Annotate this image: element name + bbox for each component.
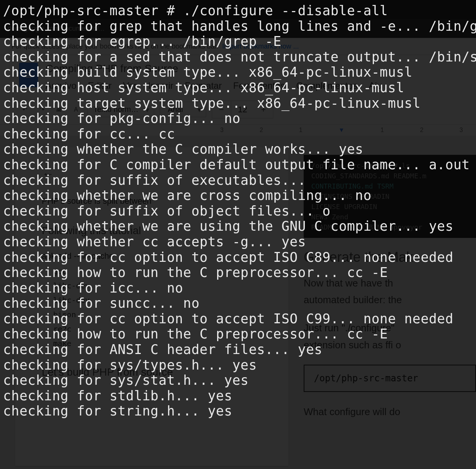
terminal-line: checking whether the C compiler works...… [3, 142, 363, 157]
terminal-line: checking for icc... no [3, 280, 183, 296]
terminal-line: checking for egrep... /bin/grep -E [3, 34, 281, 49]
terminal-line: checking for sys/stat.h... yes [3, 373, 249, 388]
terminal-line: checking for grep that handles long line… [3, 19, 476, 34]
terminal-line: checking for suffix of executables... [3, 173, 306, 188]
terminal-line: checking how to run the C preprocessor..… [3, 265, 388, 280]
terminal-line: checking for suffix of object files... o [3, 203, 331, 219]
terminal-line: checking for sys/types.h... yes [3, 357, 257, 373]
terminal-line: checking for cc option to accept ISO C89… [3, 250, 453, 265]
terminal-line: checking for pkg-config... no [3, 111, 241, 126]
terminal-line: checking whether cc accepts -g... yes [3, 234, 306, 249]
terminal-line: checking for C compiler default output f… [3, 157, 470, 172]
terminal-line: checking for ANSI C header files... yes [3, 342, 322, 357]
terminal-line: checking host system type... x86_64-pc-l… [3, 80, 404, 95]
terminal-line: checking whether we are cross compiling.… [3, 188, 372, 203]
terminal-line: checking whether we are using the GNU C … [3, 219, 453, 234]
terminal-line: checking how to run the C preprocessor..… [3, 326, 388, 342]
terminal-line: checking target system type... x86_64-pc… [3, 96, 421, 111]
terminal-line: checking for stdlib.h... yes [3, 388, 232, 403]
terminal-overlay[interactable]: /opt/php-src-master # ./configure --disa… [0, 0, 476, 469]
terminal-line: checking for a sed that does not truncat… [3, 49, 476, 65]
terminal-line: checking for cc option to accept ISO C99… [3, 311, 453, 326]
terminal-line: checking for cc... cc [3, 126, 175, 142]
terminal-line: checking for string.h... yes [3, 403, 232, 419]
terminal-line: checking build system type... x86_64-pc-… [3, 65, 413, 80]
terminal-line: checking for suncc... no [3, 296, 200, 311]
terminal-line: /opt/php-src-master # ./configure --disa… [3, 3, 388, 18]
